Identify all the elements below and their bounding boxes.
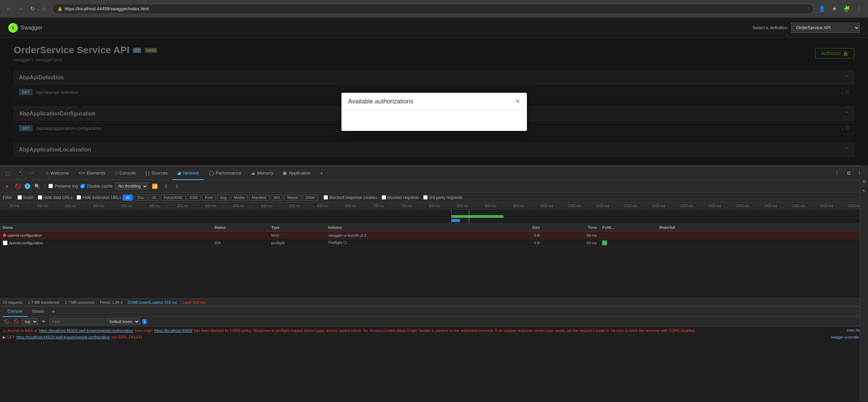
tab-performance[interactable]: ◯ Performance xyxy=(204,166,246,180)
third-party-input[interactable] xyxy=(423,195,428,200)
add-console-tab[interactable]: + xyxy=(49,309,58,315)
level-select[interactable]: Default levels xyxy=(106,318,140,325)
tick-1000: 1000 ms xyxy=(532,203,560,210)
sidebar-feedback-button[interactable]: ✎ xyxy=(861,188,868,194)
blocked-cookies-checkbox[interactable]: Blocked response cookies xyxy=(324,195,377,200)
filter-tag-doc[interactable]: Doc xyxy=(134,194,147,201)
preserve-log-input[interactable] xyxy=(48,184,53,188)
modal-header: Available authorizations × xyxy=(341,93,527,110)
console-clear-button[interactable]: 🚫 xyxy=(3,318,10,325)
tab-console[interactable]: □ Console xyxy=(110,166,141,180)
filter-tag-all[interactable]: All xyxy=(123,194,133,201)
filter-tag-img[interactable]: Img xyxy=(217,194,229,201)
sidebar-customize-button[interactable]: ⋮ xyxy=(861,168,868,175)
tick-1300: 1300 ms xyxy=(700,203,728,210)
get-link[interactable]: https://localhost:44322/.well-known/open… xyxy=(16,335,110,339)
modal-title: Available authorizations xyxy=(348,98,414,105)
devtools-settings-button[interactable]: ⚙ xyxy=(844,168,854,178)
third-party-checkbox[interactable]: 3rd-party requests xyxy=(423,195,462,200)
sidebar-settings-button[interactable]: ⚙ xyxy=(861,178,868,185)
get-triangle[interactable]: ▶ xyxy=(3,335,5,339)
filter-tag-manifest[interactable]: Manifest xyxy=(249,194,270,201)
console-filter-input[interactable] xyxy=(49,318,104,325)
get-label: GET xyxy=(7,335,15,339)
console-filter-button[interactable]: 🚫 xyxy=(12,318,20,325)
tick-900: 900 ms xyxy=(476,203,504,210)
error-link-2[interactable]: https://localhost:44459 xyxy=(155,328,192,333)
hide-extension-urls-input[interactable] xyxy=(77,195,81,200)
blocked-requests-checkbox[interactable]: Blocked requests xyxy=(382,195,419,200)
filter-tag-css[interactable]: CSS xyxy=(187,194,201,201)
clear-button[interactable]: 🚫 xyxy=(14,182,22,190)
add-tab-button[interactable]: + xyxy=(317,168,326,178)
tab-application[interactable]: ▣ Application xyxy=(278,166,315,180)
menu-icon[interactable]: ⋮ xyxy=(854,4,864,14)
inspect-icon[interactable]: ⬚ xyxy=(3,168,12,178)
network-table: Name Status Type Initiator Size Time Ful… xyxy=(0,223,868,298)
row1-initiator[interactable]: swagger-ui-bundle.js:2 xyxy=(326,233,486,237)
hide-extension-urls-checkbox[interactable]: Hide extension URLs xyxy=(77,195,121,200)
table-row-2[interactable]: openid-configuration 204 preflight Prefl… xyxy=(0,239,868,247)
devtools-tabs: ⬚ 📱 ⋯ ⌂ Welcome </> Elements □ Console {… xyxy=(0,166,868,180)
console-panel: Console Issues + 🚫 🚫 top 👁 Default level… xyxy=(0,306,868,402)
device-icon[interactable]: 📱 xyxy=(15,168,25,178)
forward-button[interactable]: → xyxy=(16,4,25,14)
tab-sources-label: Sources xyxy=(151,170,168,176)
hide-data-urls-checkbox[interactable]: Hide data URLs xyxy=(38,195,73,200)
tab-memory[interactable]: ☁ Memory xyxy=(246,166,278,180)
blocked-requests-input[interactable] xyxy=(382,195,386,200)
console-tab-console[interactable]: Console xyxy=(3,306,27,317)
dots-icon[interactable]: ⋯ xyxy=(27,168,37,178)
reload-button[interactable]: ↻ xyxy=(27,4,37,14)
home-button[interactable]: ⌂ xyxy=(39,4,49,14)
tick-800: 800 ms xyxy=(420,203,448,210)
disable-cache-input[interactable] xyxy=(80,184,85,188)
elements-icon: </> xyxy=(79,170,85,176)
definition-select[interactable]: OrderService API xyxy=(791,23,860,33)
filter-tag-fetch[interactable]: Fetch/XHR xyxy=(161,194,185,201)
tick-1100: 1100 ms xyxy=(588,203,616,210)
swagger-logo-circle: S xyxy=(8,23,18,33)
tab-welcome[interactable]: ⌂ Welcome xyxy=(41,166,74,180)
extension-icon[interactable]: 🧩 xyxy=(842,4,852,14)
record-button[interactable]: ● xyxy=(3,182,11,190)
console-error-1: ⚠ Access to fetch at 'https://localhost:… xyxy=(3,328,865,334)
invert-input[interactable] xyxy=(18,195,22,200)
tick-850: 850 ms xyxy=(448,203,476,210)
filter-tag-font[interactable]: Font xyxy=(202,194,216,201)
upload-button[interactable]: ⇧ xyxy=(162,182,170,190)
invert-checkbox[interactable]: Invert xyxy=(18,195,34,200)
console-tab-issues[interactable]: Issues xyxy=(27,306,49,317)
tab-elements[interactable]: </> Elements xyxy=(74,166,110,180)
devtools-container: ⬚ 📱 ⋯ ⌂ Welcome </> Elements □ Console {… xyxy=(0,166,868,402)
throttle-select[interactable]: No throttling Fast 3G Slow 3G xyxy=(115,182,148,190)
filter-tag-other[interactable]: Other xyxy=(303,194,318,201)
filter-tag-media[interactable]: Media xyxy=(231,194,248,201)
tab-sources[interactable]: { } Sources xyxy=(140,166,172,180)
bookmark-icon[interactable]: ★ xyxy=(830,4,839,14)
disable-cache-checkbox[interactable]: Disable cache xyxy=(80,184,112,189)
row2-checkbox[interactable] xyxy=(3,241,8,245)
row2-initiator[interactable]: Preflight ⓘ xyxy=(326,240,486,245)
filter-tag-wasm[interactable]: Wasm xyxy=(284,194,301,201)
modal-close-button[interactable]: × xyxy=(516,98,520,105)
filter-tag-js[interactable]: JS xyxy=(149,194,159,201)
console-eye-button[interactable]: 👁 xyxy=(40,318,47,325)
preserve-log-checkbox[interactable]: Preserve log xyxy=(48,184,78,189)
download-button[interactable]: ⇩ xyxy=(173,182,181,190)
wifi-icon[interactable]: 📶 xyxy=(151,182,159,190)
hide-data-urls-input[interactable] xyxy=(38,195,42,200)
blocked-cookies-input[interactable] xyxy=(324,195,328,200)
back-button[interactable]: ← xyxy=(4,4,14,14)
profile-icon[interactable]: 👤 xyxy=(817,4,827,14)
address-bar[interactable]: 🔒 https://localhost:44459/swagger/index.… xyxy=(52,4,814,14)
tick-700: 700 ms xyxy=(364,203,392,210)
table-row-1[interactable]: openid-configuration fetch swagger-ui-bu… xyxy=(0,232,868,239)
error-link-1[interactable]: https://localhost:44322/.well-known/open… xyxy=(39,328,133,333)
filter-tag-ws[interactable]: WS xyxy=(271,194,283,201)
top-select[interactable]: top xyxy=(22,318,38,325)
more-options-button[interactable]: ⋮ xyxy=(832,168,842,178)
tab-network[interactable]: ◕ Network xyxy=(172,166,204,180)
search-button[interactable]: 🔍 xyxy=(33,182,41,190)
preserve-log-label: Preserve log xyxy=(55,184,78,189)
